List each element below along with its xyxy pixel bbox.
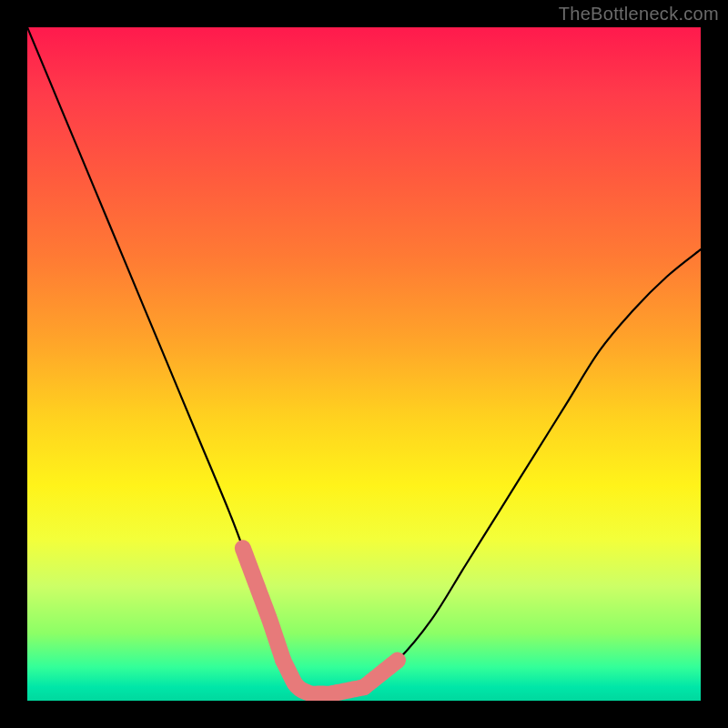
highlight-valley-floor bbox=[283, 661, 364, 694]
highlight-right-shoulder bbox=[364, 661, 398, 688]
curve-layer bbox=[27, 27, 701, 701]
highlight-left-shoulder bbox=[243, 548, 283, 660]
chart-frame: TheBottleneck.com bbox=[0, 0, 728, 728]
attribution-text: TheBottleneck.com bbox=[559, 4, 719, 25]
plot-area bbox=[27, 27, 701, 701]
bottleneck-curve bbox=[27, 27, 701, 695]
